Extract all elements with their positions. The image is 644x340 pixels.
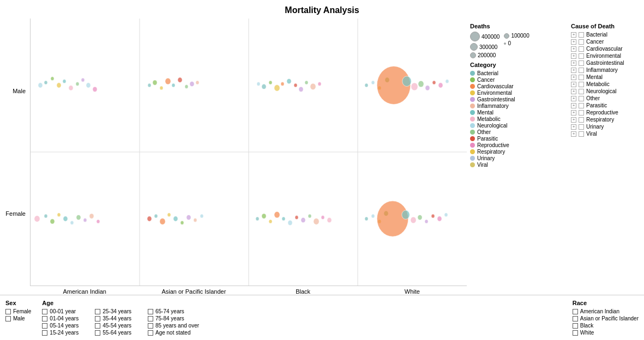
race-filter-item[interactable]: Asian or Pacific Islander [573, 315, 639, 321]
age-filter-item[interactable]: 25-34 years [95, 308, 131, 314]
cause-checkbox[interactable]: + [571, 117, 576, 123]
cause-legend-row[interactable]: +Gastrointestinal [571, 60, 641, 66]
svg-point-17 [165, 78, 171, 84]
cause-legend-row[interactable]: +Urinary [571, 124, 641, 130]
cause-check-box[interactable] [579, 75, 584, 80]
race-filter-item[interactable]: Black [573, 323, 639, 329]
age-filter-item[interactable]: 85 years and over [148, 323, 199, 329]
age-filter-item[interactable]: Age not stated [148, 330, 199, 336]
cause-check-box[interactable] [579, 110, 584, 116]
cause-legend-row[interactable]: +Cardiovascular [571, 46, 641, 52]
cause-checkbox[interactable]: + [571, 103, 576, 108]
age-filter-item[interactable]: 65-74 years [148, 308, 199, 314]
svg-point-64 [200, 214, 203, 218]
race-filter-item[interactable]: American Indian [573, 308, 639, 314]
race-checkbox[interactable] [573, 309, 578, 314]
category-legend-title: Category [470, 62, 564, 68]
age-filter-rows[interactable]: 00-01 year01-04 years05-14 years15-24 ye… [42, 308, 199, 336]
age-checkbox[interactable] [42, 330, 47, 336]
cause-check-box[interactable] [579, 39, 584, 45]
race-filter-item[interactable]: White [573, 330, 639, 336]
age-checkbox[interactable] [148, 309, 153, 314]
cause-check-box[interactable] [579, 103, 584, 108]
svg-point-77 [365, 217, 368, 221]
cause-legend-row[interactable]: +Cancer [571, 39, 641, 45]
cause-check-box[interactable] [579, 68, 584, 73]
cause-legend-row[interactable]: +Mental [571, 74, 641, 80]
age-filter-item[interactable]: 15-24 years [42, 330, 79, 336]
cause-legend-row[interactable]: +Viral [571, 131, 641, 137]
age-checkbox[interactable] [42, 323, 47, 329]
cause-check-box[interactable] [579, 82, 584, 87]
cause-checkbox[interactable]: + [571, 131, 576, 137]
cause-check-box[interactable] [579, 117, 584, 123]
age-checkbox[interactable] [148, 316, 153, 321]
race-filter-rows[interactable]: American IndianAsian or Pacific Islander… [573, 308, 639, 336]
race-checkbox[interactable] [573, 316, 578, 321]
age-checkbox[interactable] [148, 323, 153, 329]
cause-check-box[interactable] [579, 32, 584, 38]
svg-point-56 [147, 216, 152, 221]
age-checkbox[interactable] [95, 323, 100, 329]
age-filter-item[interactable]: 75-84 years [148, 315, 199, 321]
svg-point-54 [89, 214, 94, 218]
cause-check-box[interactable] [579, 46, 584, 52]
age-filter-col: 00-01 year01-04 years05-14 years15-24 ye… [42, 308, 79, 336]
category-legend-row: Urinary [470, 155, 564, 161]
cause-legend-row[interactable]: +Parasitic [571, 102, 641, 108]
sex-checkbox[interactable] [5, 316, 11, 321]
age-filter-item[interactable]: 05-14 years [42, 323, 79, 329]
race-checkbox[interactable] [573, 330, 578, 336]
age-checkbox[interactable] [95, 330, 100, 336]
age-checkbox[interactable] [42, 309, 47, 314]
cause-checkbox[interactable]: + [571, 32, 576, 38]
age-checkbox[interactable] [95, 316, 100, 321]
cause-checkbox[interactable]: + [571, 82, 576, 87]
age-filter-item[interactable]: 00-01 year [42, 308, 79, 314]
age-checkbox[interactable] [148, 330, 153, 336]
svg-point-76 [327, 217, 332, 222]
cause-checkbox[interactable]: + [571, 89, 576, 94]
cause-legend-row[interactable]: +Respiratory [571, 117, 641, 123]
race-checkbox[interactable] [573, 323, 578, 329]
cause-legend-row[interactable]: +Metabolic [571, 81, 641, 87]
cause-check-box[interactable] [579, 60, 584, 66]
category-legend-row: Gastrointestinal [470, 96, 564, 102]
cause-legend-row[interactable]: +Reproductive [571, 110, 641, 116]
cause-checkbox[interactable]: + [571, 124, 576, 130]
age-filter-item[interactable]: 55-64 years [95, 330, 131, 336]
cause-checkbox[interactable]: + [571, 60, 576, 66]
cause-check-box[interactable] [579, 89, 584, 94]
cause-checkbox[interactable]: + [571, 96, 576, 101]
sex-filter-item[interactable]: Female [5, 308, 31, 314]
cause-legend-row[interactable]: +Inflammatory [571, 67, 641, 73]
svg-point-53 [83, 218, 87, 222]
cause-legend-row[interactable]: +Other [571, 95, 641, 101]
cause-check-box[interactable] [579, 131, 584, 137]
deaths-size-300000 [470, 43, 478, 51]
cause-checkbox[interactable]: + [571, 46, 576, 52]
age-checkbox[interactable] [42, 316, 47, 321]
svg-point-62 [186, 215, 191, 220]
svg-point-8 [63, 80, 66, 83]
cause-legend-row[interactable]: +Bacterial [571, 32, 641, 38]
cause-checkbox[interactable]: + [571, 39, 576, 45]
svg-point-46 [34, 216, 40, 222]
sex-filter-item[interactable]: Male [5, 315, 31, 321]
age-checkbox[interactable] [95, 309, 100, 314]
cause-check-box[interactable] [579, 96, 584, 101]
cause-legend-row[interactable]: +Environmental [571, 53, 641, 59]
sex-checkbox[interactable] [5, 309, 11, 314]
cause-check-box[interactable] [579, 124, 584, 130]
cause-checkbox[interactable]: + [571, 110, 576, 116]
cause-checkbox[interactable]: + [571, 68, 576, 73]
cause-checkbox[interactable]: + [571, 53, 576, 59]
cause-check-box[interactable] [579, 53, 584, 59]
sex-filter-rows[interactable]: FemaleMale [5, 308, 31, 321]
age-filter-item[interactable]: 35-44 years [95, 315, 131, 321]
svg-point-44 [438, 83, 443, 88]
age-filter-item[interactable]: 01-04 years [42, 315, 79, 321]
cause-legend-row[interactable]: +Neurological [571, 88, 641, 94]
age-filter-item[interactable]: 45-54 years [95, 323, 131, 329]
cause-checkbox[interactable]: + [571, 75, 576, 80]
